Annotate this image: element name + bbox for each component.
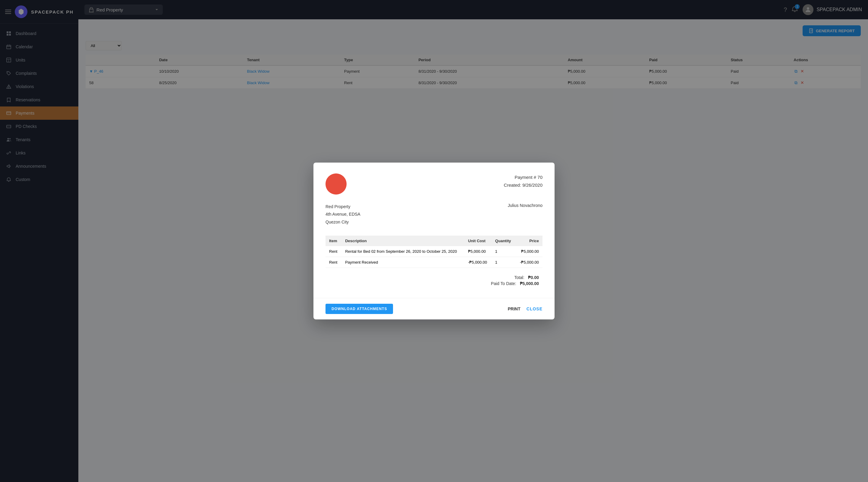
invoice-col-description: Description	[341, 235, 464, 246]
payment-modal: Payment # 70 Created: 9/26/2020 Red Prop…	[313, 163, 555, 319]
payment-number: Payment # 70	[504, 173, 542, 181]
modal-address-row: Red Property 4th Avenue, EDSA Quezon Cit…	[326, 203, 542, 226]
modal-actions: PRINT CLOSE	[508, 307, 542, 311]
created-date: Created: 9/26/2020	[504, 181, 542, 189]
invoice-item-1: Rent	[326, 246, 341, 257]
property-address: Red Property 4th Avenue, EDSA Quezon Cit…	[326, 203, 361, 226]
property-address2: Quezon City	[326, 218, 361, 226]
invoice-col-quantity: Quantity	[492, 235, 516, 246]
payment-info: Payment # 70 Created: 9/26/2020	[504, 173, 542, 189]
invoice-row-2: Rent Payment Received -₱5,000.00 1 -₱5,0…	[326, 257, 542, 267]
print-button[interactable]: PRINT	[508, 307, 521, 311]
invoice-unitcost-2: -₱5,000.00	[464, 257, 492, 267]
property-address1: 4th Avenue, EDSA	[326, 210, 361, 218]
modal-footer: DOWNLOAD ATTACHMENTS PRINT CLOSE	[313, 298, 555, 319]
invoice-col-price: Price	[516, 235, 542, 246]
paid-to-date-label: Paid To Date:	[491, 281, 516, 286]
invoice-col-item: Item	[326, 235, 341, 246]
property-logo	[326, 173, 347, 195]
total-label: Total:	[514, 275, 524, 280]
paid-to-date-line: Paid To Date: ₱5,000.00	[329, 281, 539, 286]
property-name: Red Property	[326, 203, 361, 210]
invoice-item-2: Rent	[326, 257, 341, 267]
invoice-description-2: Payment Received	[341, 257, 464, 267]
invoice-row-1: Rent Rental for Bed 02 from September 26…	[326, 246, 542, 257]
modal-top-row: Payment # 70 Created: 9/26/2020	[326, 173, 542, 195]
invoice-qty-1: 1	[492, 246, 516, 257]
modal-overlay: Payment # 70 Created: 9/26/2020 Red Prop…	[0, 0, 868, 482]
invoice-totals: Total: ₱0.00 Paid To Date: ₱5,000.00	[326, 273, 542, 289]
total-value: ₱0.00	[528, 275, 539, 280]
invoice-price-2: -₱5,000.00	[516, 257, 542, 267]
modal-body: Payment # 70 Created: 9/26/2020 Red Prop…	[313, 163, 555, 298]
total-line: Total: ₱0.00	[329, 275, 539, 280]
invoice-table: Item Description Unit Cost Quantity Pric…	[326, 235, 542, 268]
close-button[interactable]: CLOSE	[527, 307, 542, 311]
paid-to-date-value: ₱5,000.00	[520, 281, 539, 286]
invoice-qty-2: 1	[492, 257, 516, 267]
invoice-description-1: Rental for Bed 02 from September 26, 202…	[341, 246, 464, 257]
tenant-name: Julius Novachrono	[508, 203, 542, 226]
download-attachments-button[interactable]: DOWNLOAD ATTACHMENTS	[326, 304, 393, 314]
invoice-price-1: ₱5,000.00	[516, 246, 542, 257]
invoice-col-unitcost: Unit Cost	[464, 235, 492, 246]
invoice-unitcost-1: ₱5,000.00	[464, 246, 492, 257]
